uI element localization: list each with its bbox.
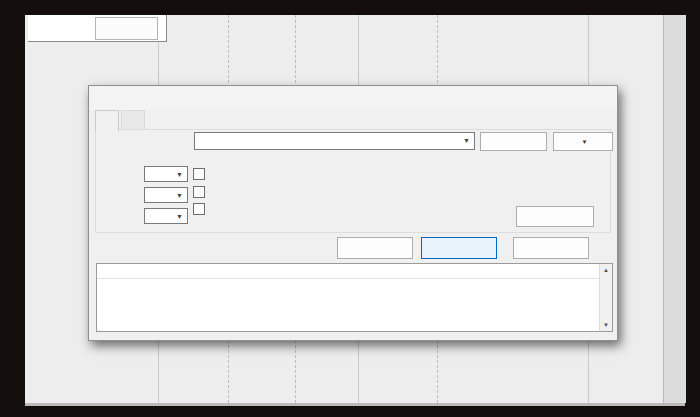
window-bottom-edge	[25, 403, 685, 406]
tab-find[interactable]	[95, 110, 119, 131]
checkbox-icon[interactable]	[193, 186, 205, 198]
format-status-button	[480, 132, 547, 151]
chevron-down-icon: ▼	[582, 139, 588, 145]
close-button[interactable]	[513, 237, 589, 259]
match-entire-cell-option[interactable]	[193, 185, 210, 198]
close-icon[interactable]	[585, 89, 609, 106]
chevron-down-icon: ▼	[173, 210, 186, 222]
update-panel	[28, 15, 167, 42]
tab-replace[interactable]	[121, 110, 145, 129]
results-scrollbar[interactable]: ▲ ▼	[599, 264, 612, 331]
chevron-down-icon: ▼	[173, 168, 186, 180]
checkbox-icon[interactable]	[193, 168, 205, 180]
checkbox-icon[interactable]	[193, 203, 205, 215]
match-byte-width-option[interactable]	[193, 202, 210, 215]
dialog-tabs	[95, 110, 147, 130]
results-header-row	[97, 264, 600, 279]
update-button[interactable]	[95, 17, 158, 40]
chevron-down-icon: ▼	[173, 189, 186, 201]
sheet-bottom-rows	[25, 341, 663, 403]
format-button[interactable]: ▼	[553, 132, 613, 151]
options-toggle-button[interactable]	[516, 206, 594, 227]
search-results-list: ▲ ▼	[96, 263, 613, 332]
results-rows	[97, 278, 600, 331]
search-direction-select[interactable]: ▼	[144, 187, 188, 203]
search-input[interactable]: ▼	[194, 132, 475, 150]
find-all-button[interactable]	[337, 237, 413, 259]
find-next-button[interactable]	[421, 237, 497, 259]
find-replace-dialog: ▼ ▼ ▼ ▼ ▼	[88, 85, 618, 341]
scroll-down-icon[interactable]: ▼	[600, 319, 612, 331]
dialog-titlebar[interactable]	[89, 86, 617, 110]
search-target-select[interactable]: ▼	[144, 208, 188, 224]
chevron-down-icon[interactable]: ▼	[460, 134, 473, 148]
sheet-right-gutter	[663, 15, 686, 403]
match-case-option[interactable]	[193, 167, 210, 180]
scroll-up-icon[interactable]: ▲	[600, 264, 612, 276]
search-within-select[interactable]: ▼	[144, 166, 188, 182]
help-icon[interactable]	[551, 89, 575, 106]
